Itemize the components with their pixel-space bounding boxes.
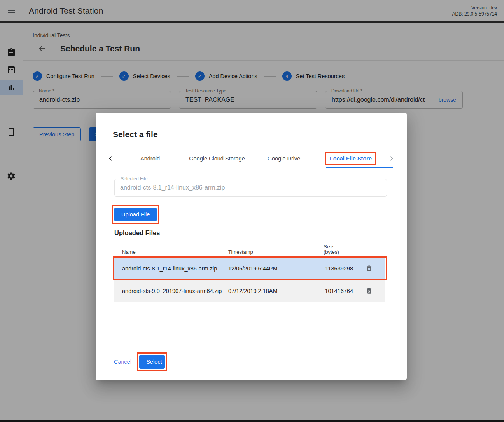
android-test-station-app: Android Test Station Version: dev ADB: 2… xyxy=(0,0,504,422)
trash-icon xyxy=(366,287,373,295)
timestamp-cell: 07/12/2019 2:18AM xyxy=(228,288,324,294)
dialog-footer: Cancel Select xyxy=(112,352,167,371)
tabs-scroll-left-icon[interactable] xyxy=(104,149,117,168)
selected-file-field: Selected File android-cts-8.1_r14-linux_… xyxy=(114,179,387,197)
timestamp-cell: 12/05/2019 6:44PM xyxy=(228,265,324,272)
size-cell: 101416764 xyxy=(324,288,353,294)
cancel-button[interactable]: Cancel xyxy=(112,356,134,368)
select-file-dialog: Select a file Android Google Cloud Stora… xyxy=(96,113,407,380)
uploaded-files-table: Name Timestamp Size (bytes) android-cts-… xyxy=(114,241,385,302)
dialog-title: Select a file xyxy=(113,130,158,139)
file-source-tabs: Android Google Cloud Storage Google Driv… xyxy=(104,149,398,168)
selected-file-label: Selected File xyxy=(119,176,149,181)
trash-icon xyxy=(366,265,373,272)
tab-google-cloud-storage[interactable]: Google Cloud Storage xyxy=(184,149,250,168)
table-row[interactable]: android-sts-9.0_201907-linux-arm64.zip 0… xyxy=(114,280,385,302)
select-button[interactable]: Select xyxy=(139,355,165,369)
tab-local-file-store[interactable]: Local File Store xyxy=(317,149,384,168)
file-name-cell: android-sts-9.0_201907-linux-arm64.zip xyxy=(114,288,228,294)
upload-file-button[interactable]: Upload File xyxy=(114,208,157,221)
column-header-size: Size (bytes) xyxy=(324,244,353,255)
delete-file-button[interactable] xyxy=(364,263,374,274)
tab-google-drive[interactable]: Google Drive xyxy=(250,149,317,168)
delete-file-button[interactable] xyxy=(364,286,374,296)
annotation-box: Local File Store xyxy=(325,152,376,165)
uploaded-files-title: Uploaded Files xyxy=(114,229,160,237)
tabs-scroll-right-icon[interactable] xyxy=(385,149,398,168)
size-cell: 113639298 xyxy=(324,265,353,272)
tab-list: Android Google Cloud Storage Google Driv… xyxy=(117,149,384,168)
column-header-timestamp: Timestamp xyxy=(228,249,324,255)
tab-android[interactable]: Android xyxy=(117,149,184,168)
file-name-cell: android-cts-8.1_r14-linux_x86-arm.zip xyxy=(114,265,228,272)
table-header-row: Name Timestamp Size (bytes) xyxy=(114,241,385,257)
table-row[interactable]: android-cts-8.1_r14-linux_x86-arm.zip 12… xyxy=(114,257,385,279)
column-header-name: Name xyxy=(114,249,228,255)
annotation-box: Upload File xyxy=(112,205,159,224)
selected-file-value: android-cts-8.1_r14-linux_x86-arm.zip xyxy=(120,184,225,191)
active-tab-underline xyxy=(326,167,393,168)
annotation-box: Select xyxy=(137,352,167,371)
